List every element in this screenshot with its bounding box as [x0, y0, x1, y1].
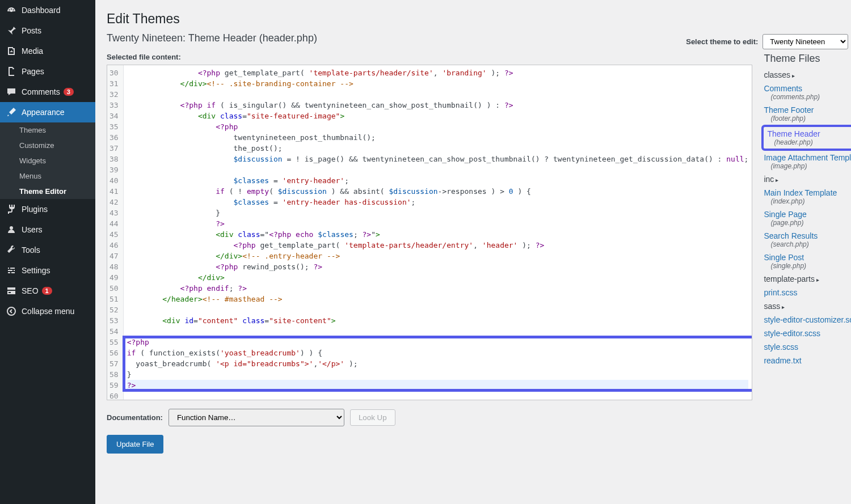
theme-select[interactable]: Twenty Nineteen — [762, 34, 848, 49]
code-line[interactable] — [127, 326, 749, 337]
sidebar-item-users[interactable]: Users — [0, 219, 95, 240]
code-line[interactable]: } — [127, 369, 749, 380]
code-line[interactable]: </div><!-- .entry-header --> — [127, 251, 749, 261]
file-item[interactable]: sass — [764, 302, 851, 311]
sidebar-item-appearance[interactable]: Appearance — [0, 102, 95, 122]
code-line[interactable]: <div class="<?php echo $classes; ?>"> — [127, 229, 749, 240]
code-line[interactable]: </div><!-- .site-branding-container --> — [127, 78, 749, 89]
theme-selector-row: Select theme to edit: Twenty Nineteen Se… — [686, 34, 851, 49]
code-line[interactable]: $classes = 'entry-header has-discussion'… — [127, 197, 749, 207]
file-link[interactable]: Theme Header — [767, 129, 820, 138]
file-item[interactable]: Theme Footer(footer.php) — [764, 105, 851, 122]
file-item[interactable]: Theme Header(header.php) — [764, 127, 851, 149]
file-item[interactable]: Image Attachment Template(image.php) — [764, 153, 851, 170]
sidebar-item-label: Appearance — [22, 108, 65, 117]
code-line[interactable] — [127, 89, 749, 100]
sidebar-item-label: Plugins — [22, 205, 48, 214]
code-line[interactable]: } — [127, 207, 749, 218]
code-line[interactable]: if ( function_exists('yoast_breadcrumb')… — [127, 348, 749, 358]
theme-files-list: classesComments(comments.php)Theme Foote… — [764, 70, 851, 365]
submenu-item-theme-editor[interactable]: Theme Editor — [0, 184, 95, 199]
file-link[interactable]: Search Results — [764, 231, 818, 240]
file-item[interactable]: Single Page(page.php) — [764, 210, 851, 227]
file-item[interactable]: Search Results(search.php) — [764, 231, 851, 248]
file-link[interactable]: Main Index Template — [764, 188, 837, 197]
code-line[interactable]: <?php get_template_part( 'template-parts… — [127, 67, 749, 78]
code-line[interactable]: twentynineteen_post_thumbnail(); — [127, 132, 749, 143]
file-item[interactable]: Comments(comments.php) — [764, 84, 851, 101]
code-line[interactable]: $discussion = ! is_page() && twentyninet… — [127, 154, 749, 164]
sidebar-item-media[interactable]: Media — [0, 41, 95, 61]
file-filename: (image.php) — [770, 162, 851, 170]
sidebar-item-label: Tools — [22, 245, 40, 255]
pin-icon — [6, 25, 17, 36]
folder-label[interactable]: template-parts — [764, 274, 819, 283]
sidebar-item-posts[interactable]: Posts — [0, 20, 95, 41]
folder-label[interactable]: inc — [764, 175, 778, 184]
code-line[interactable]: <div class="site-featured-image"> — [127, 111, 749, 121]
submenu-item-customize[interactable]: Customize — [0, 138, 95, 153]
file-item[interactable]: readme.txt — [764, 356, 851, 365]
code-line[interactable] — [127, 304, 749, 315]
code-editor[interactable]: 3031323334353637383940414243444546474849… — [107, 65, 752, 400]
file-item[interactable]: style-editor.scss — [764, 329, 851, 338]
sidebar-item-plugins[interactable]: Plugins — [0, 199, 95, 219]
file-item[interactable]: classes — [764, 70, 851, 79]
file-link[interactable]: style-editor-customizer.scss — [764, 315, 851, 324]
sidebar-item-seo[interactable]: SEO1 — [0, 281, 95, 301]
code-line[interactable]: <?php get_template_part( 'template-parts… — [127, 240, 749, 251]
code-line[interactable]: yoast_breadcrumb( '<p id="breadcrumbs">'… — [127, 358, 749, 369]
code-line[interactable]: <?php endif; ?> — [127, 283, 749, 294]
folder-label[interactable]: classes — [764, 70, 794, 79]
code-line[interactable]: ?> — [127, 380, 749, 391]
file-link[interactable]: readme.txt — [764, 356, 801, 365]
file-filename: (index.php) — [770, 197, 851, 205]
file-item[interactable]: template-parts — [764, 274, 851, 283]
code-line[interactable]: <?php — [127, 121, 749, 132]
submenu-item-menus[interactable]: Menus — [0, 168, 95, 184]
file-link[interactable]: print.scss — [764, 288, 797, 297]
file-item[interactable]: Single Post(single.php) — [764, 253, 851, 270]
file-link[interactable]: Image Attachment Template — [764, 153, 851, 162]
folder-label[interactable]: sass — [764, 302, 785, 311]
file-item[interactable]: print.scss — [764, 288, 851, 297]
file-item[interactable]: style-editor-customizer.scss — [764, 315, 851, 324]
main-content: Help Edit Themes Twenty Nineteen: Theme … — [95, 0, 851, 504]
file-filename: (search.php) — [770, 240, 851, 248]
submenu-item-themes[interactable]: Themes — [0, 122, 95, 138]
code-area[interactable]: <?php get_template_part( 'template-parts… — [124, 65, 752, 400]
code-line[interactable] — [127, 164, 749, 175]
sidebar-item-tools[interactable]: Tools — [0, 240, 95, 260]
file-link[interactable]: Comments — [764, 84, 802, 93]
sidebar-item-settings[interactable]: Settings — [0, 260, 95, 281]
sidebar-item-dashboard[interactable]: Dashboard — [0, 0, 95, 20]
code-line[interactable]: if ( ! empty( $discussion ) && absint( $… — [127, 186, 749, 197]
file-link[interactable]: Theme Footer — [764, 105, 814, 115]
file-link[interactable]: Single Post — [764, 253, 804, 262]
tools-icon — [6, 244, 17, 256]
documentation-select[interactable]: Function Name… — [168, 409, 344, 426]
code-line[interactable]: </header><!-- #masthead --> — [127, 294, 749, 304]
code-line[interactable]: the_post(); — [127, 143, 749, 154]
sidebar-item-collapse-menu[interactable]: Collapse menu — [0, 301, 95, 321]
file-item[interactable]: inc — [764, 175, 851, 184]
code-line[interactable]: <?php if ( is_singular() && twentyninete… — [127, 100, 749, 111]
code-line[interactable]: <div id="content" class="site-content"> — [127, 315, 749, 326]
code-line[interactable]: </div> — [127, 272, 749, 283]
update-file-button[interactable]: Update File — [107, 435, 163, 454]
code-line[interactable]: <?php rewind_posts(); ?> — [127, 261, 749, 272]
sidebar-item-comments[interactable]: Comments3 — [0, 82, 95, 102]
file-link[interactable]: style-editor.scss — [764, 329, 820, 338]
code-line[interactable]: $classes = 'entry-header'; — [127, 175, 749, 186]
file-filename: (footer.php) — [770, 115, 851, 122]
sidebar-item-pages[interactable]: Pages — [0, 61, 95, 82]
file-item[interactable]: style.scss — [764, 342, 851, 351]
file-link[interactable]: style.scss — [764, 342, 798, 351]
submenu-item-widgets[interactable]: Widgets — [0, 153, 95, 168]
code-line[interactable] — [127, 391, 749, 400]
file-link[interactable]: Single Page — [764, 210, 807, 219]
lookup-button[interactable]: Look Up — [350, 409, 395, 426]
file-item[interactable]: Main Index Template(index.php) — [764, 188, 851, 205]
code-line[interactable]: ?> — [127, 218, 749, 229]
code-line[interactable]: <?php — [127, 337, 749, 348]
